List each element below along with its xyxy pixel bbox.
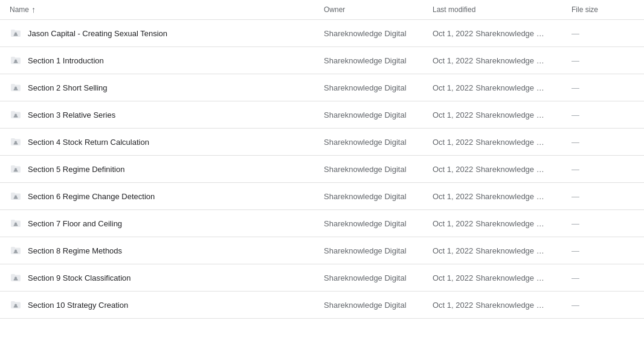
row-name-cell: Section 4 Stock Return Calculation bbox=[10, 136, 324, 148]
row-size-value: — bbox=[572, 301, 579, 310]
row-modified-cell: Oct 1, 2022 Shareknowledge D... bbox=[433, 56, 572, 65]
row-modified-by: Shareknowledge D... bbox=[475, 56, 548, 65]
row-modified-cell: Oct 1, 2022 Shareknowledge D... bbox=[433, 138, 572, 147]
row-modified-by: Shareknowledge D... bbox=[475, 110, 548, 120]
row-modified-by: Shareknowledge D... bbox=[475, 273, 548, 282]
row-modified-cell: Oct 1, 2022 Shareknowledge D... bbox=[433, 29, 572, 38]
shared-folder-icon bbox=[10, 244, 22, 257]
row-name-cell: Section 10 Strategy Creation bbox=[10, 299, 324, 311]
table-header: Name ↑ Owner Last modified File size bbox=[0, 0, 644, 20]
row-name-label: Section 8 Regime Methods bbox=[28, 246, 122, 255]
row-size-cell: — bbox=[572, 29, 634, 38]
row-modified-date: Oct 1, 2022 bbox=[433, 83, 473, 92]
row-owner-cell: Shareknowledge Digital bbox=[324, 192, 433, 201]
row-name-label: Section 5 Regime Definition bbox=[28, 165, 124, 174]
row-modified-date: Oct 1, 2022 bbox=[433, 219, 473, 228]
row-modified-cell: Oct 1, 2022 Shareknowledge D... bbox=[433, 273, 572, 282]
shared-folder-icon bbox=[10, 163, 22, 175]
row-modified-cell: Oct 1, 2022 Shareknowledge D... bbox=[433, 192, 572, 201]
row-size-cell: — bbox=[572, 56, 634, 65]
row-modified-by: Shareknowledge D... bbox=[475, 301, 548, 310]
row-owner-cell: Shareknowledge Digital bbox=[324, 165, 433, 174]
row-owner-cell: Shareknowledge Digital bbox=[324, 138, 433, 147]
row-modified-by: Shareknowledge D... bbox=[475, 138, 548, 147]
row-modified-date: Oct 1, 2022 bbox=[433, 273, 473, 282]
row-modified-date: Oct 1, 2022 bbox=[433, 246, 473, 255]
row-modified-date: Oct 1, 2022 bbox=[433, 192, 473, 201]
row-name-cell: Jason Capital - Creating Sexual Tension bbox=[10, 27, 324, 39]
row-size-value: — bbox=[572, 246, 579, 255]
row-owner-cell: Shareknowledge Digital bbox=[324, 301, 433, 310]
row-owner-cell: Shareknowledge Digital bbox=[324, 29, 433, 38]
row-modified-cell: Oct 1, 2022 Shareknowledge D... bbox=[433, 83, 572, 92]
owner-header-label: Owner bbox=[324, 5, 345, 14]
row-modified-date: Oct 1, 2022 bbox=[433, 29, 473, 38]
row-size-cell: — bbox=[572, 165, 634, 174]
shared-folder-icon bbox=[10, 81, 22, 94]
row-size-value: — bbox=[572, 83, 579, 92]
row-modified-date: Oct 1, 2022 bbox=[433, 301, 473, 310]
table-row[interactable]: Section 1 Introduction Shareknowledge Di… bbox=[0, 47, 644, 74]
row-size-cell: — bbox=[572, 246, 634, 255]
row-name-label: Section 6 Regime Change Detection bbox=[28, 192, 155, 201]
shared-folder-icon bbox=[10, 299, 22, 311]
row-name-cell: Section 9 Stock Classification bbox=[10, 272, 324, 284]
shared-folder-icon bbox=[10, 217, 22, 229]
row-name-label: Section 2 Short Selling bbox=[28, 83, 108, 92]
table-row[interactable]: Section 9 Stock Classification Shareknow… bbox=[0, 264, 644, 292]
row-name-cell: Section 5 Regime Definition bbox=[10, 163, 324, 175]
row-size-value: — bbox=[572, 138, 579, 147]
row-modified-date: Oct 1, 2022 bbox=[433, 56, 473, 65]
row-size-cell: — bbox=[572, 138, 634, 147]
table-row[interactable]: Section 4 Stock Return Calculation Share… bbox=[0, 129, 644, 156]
row-modified-by: Shareknowledge D... bbox=[475, 29, 548, 38]
row-name-label: Section 9 Stock Classification bbox=[28, 273, 131, 282]
table-row[interactable]: Section 7 Floor and Ceiling Shareknowled… bbox=[0, 210, 644, 237]
row-modified-date: Oct 1, 2022 bbox=[433, 165, 473, 174]
row-name-cell: Section 7 Floor and Ceiling bbox=[10, 217, 324, 229]
header-modified-col[interactable]: Last modified bbox=[433, 5, 572, 14]
modified-header-label: Last modified bbox=[433, 5, 475, 14]
row-modified-cell: Oct 1, 2022 Shareknowledge D... bbox=[433, 110, 572, 120]
row-size-cell: — bbox=[572, 83, 634, 92]
row-owner-cell: Shareknowledge Digital bbox=[324, 110, 433, 120]
row-owner-cell: Shareknowledge Digital bbox=[324, 56, 433, 65]
row-size-cell: — bbox=[572, 301, 634, 310]
row-name-label: Section 1 Introduction bbox=[28, 56, 104, 65]
sort-arrow-icon: ↑ bbox=[31, 5, 36, 14]
header-size-col[interactable]: File size bbox=[572, 5, 634, 14]
table-row[interactable]: Section 10 Strategy Creation Shareknowle… bbox=[0, 292, 644, 319]
row-size-value: — bbox=[572, 219, 579, 228]
shared-folder-icon bbox=[10, 27, 22, 39]
row-modified-cell: Oct 1, 2022 Shareknowledge D... bbox=[433, 165, 572, 174]
row-size-cell: — bbox=[572, 273, 634, 282]
row-name-cell: Section 1 Introduction bbox=[10, 54, 324, 66]
shared-folder-icon bbox=[10, 136, 22, 148]
row-modified-date: Oct 1, 2022 bbox=[433, 110, 473, 120]
row-modified-cell: Oct 1, 2022 Shareknowledge D... bbox=[433, 246, 572, 255]
row-modified-by: Shareknowledge D... bbox=[475, 219, 548, 228]
table-row[interactable]: Jason Capital - Creating Sexual Tension … bbox=[0, 20, 644, 47]
row-size-value: — bbox=[572, 29, 579, 38]
name-header-label: Name bbox=[10, 5, 29, 14]
row-size-cell: — bbox=[572, 192, 634, 201]
row-size-value: — bbox=[572, 56, 579, 65]
row-name-label: Section 10 Strategy Creation bbox=[28, 301, 128, 310]
row-owner-cell: Shareknowledge Digital bbox=[324, 219, 433, 228]
row-size-value: — bbox=[572, 165, 579, 174]
table-row[interactable]: Section 3 Relative Series Shareknowledge… bbox=[0, 101, 644, 129]
row-name-label: Jason Capital - Creating Sexual Tension bbox=[28, 29, 167, 38]
header-owner-col[interactable]: Owner bbox=[324, 5, 433, 14]
row-size-value: — bbox=[572, 110, 579, 120]
rows-container: Jason Capital - Creating Sexual Tension … bbox=[0, 20, 644, 319]
row-name-cell: Section 3 Relative Series bbox=[10, 109, 324, 121]
table-row[interactable]: Section 2 Short Selling Shareknowledge D… bbox=[0, 74, 644, 101]
row-size-cell: — bbox=[572, 219, 634, 228]
table-row[interactable]: Section 6 Regime Change Detection Sharek… bbox=[0, 183, 644, 210]
row-owner-cell: Shareknowledge Digital bbox=[324, 246, 433, 255]
header-name-col[interactable]: Name ↑ bbox=[10, 5, 324, 14]
shared-folder-icon bbox=[10, 54, 22, 66]
table-row[interactable]: Section 5 Regime Definition Shareknowled… bbox=[0, 156, 644, 183]
row-modified-cell: Oct 1, 2022 Shareknowledge D... bbox=[433, 219, 572, 228]
table-row[interactable]: Section 8 Regime Methods Shareknowledge … bbox=[0, 237, 644, 264]
